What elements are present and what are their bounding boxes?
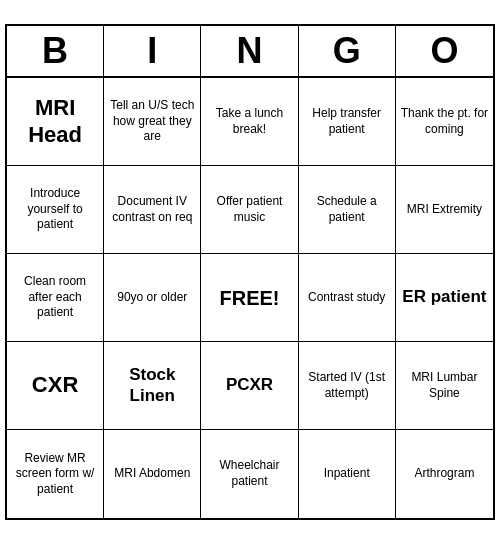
bingo-cell[interactable]: CXR: [7, 342, 104, 430]
bingo-cell[interactable]: Thank the pt. for coming: [396, 78, 493, 166]
bingo-cell[interactable]: 90yo or older: [104, 254, 201, 342]
bingo-cell[interactable]: MRI Lumbar Spine: [396, 342, 493, 430]
bingo-cell[interactable]: Inpatient: [299, 430, 396, 518]
bingo-cell[interactable]: FREE!: [201, 254, 298, 342]
bingo-cell[interactable]: PCXR: [201, 342, 298, 430]
bingo-cell[interactable]: Arthrogram: [396, 430, 493, 518]
bingo-cell[interactable]: Document IV contrast on req: [104, 166, 201, 254]
bingo-cell[interactable]: Tell an U/S tech how great they are: [104, 78, 201, 166]
bingo-cell[interactable]: Offer patient music: [201, 166, 298, 254]
bingo-cell[interactable]: Wheelchair patient: [201, 430, 298, 518]
bingo-cell[interactable]: Schedule a patient: [299, 166, 396, 254]
bingo-header: BINGO: [7, 26, 493, 78]
bingo-card: BINGO MRI HeadTell an U/S tech how great…: [5, 24, 495, 520]
bingo-cell[interactable]: Introduce yourself to patient: [7, 166, 104, 254]
bingo-cell[interactable]: MRI Abdomen: [104, 430, 201, 518]
bingo-cell[interactable]: Stock Linen: [104, 342, 201, 430]
bingo-grid: MRI HeadTell an U/S tech how great they …: [7, 78, 493, 518]
bingo-cell[interactable]: Help transfer patient: [299, 78, 396, 166]
bingo-cell[interactable]: Contrast study: [299, 254, 396, 342]
bingo-cell[interactable]: MRI Head: [7, 78, 104, 166]
bingo-cell[interactable]: MRI Extremity: [396, 166, 493, 254]
bingo-cell[interactable]: Review MR screen form w/ patient: [7, 430, 104, 518]
header-letter: G: [299, 26, 396, 76]
bingo-cell[interactable]: Clean room after each patient: [7, 254, 104, 342]
header-letter: B: [7, 26, 104, 76]
bingo-cell[interactable]: ER patient: [396, 254, 493, 342]
bingo-cell[interactable]: Take a lunch break!: [201, 78, 298, 166]
header-letter: O: [396, 26, 493, 76]
header-letter: I: [104, 26, 201, 76]
bingo-cell[interactable]: Started IV (1st attempt): [299, 342, 396, 430]
header-letter: N: [201, 26, 298, 76]
